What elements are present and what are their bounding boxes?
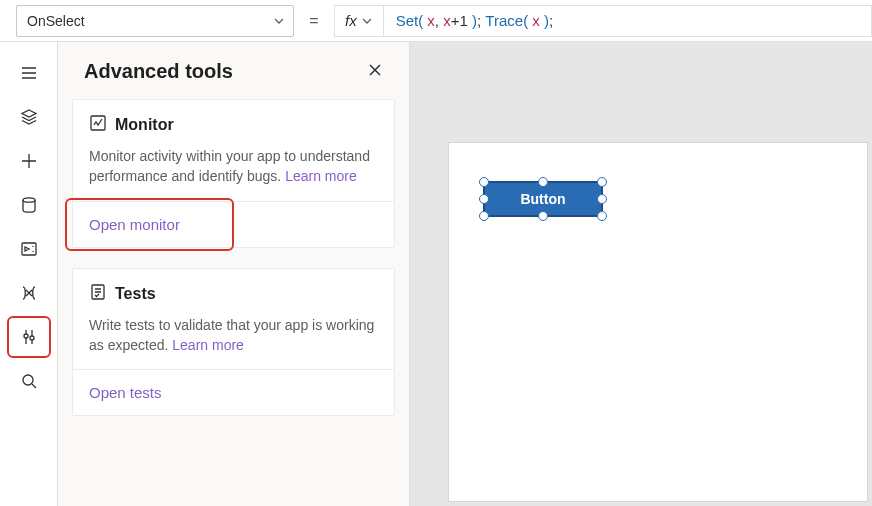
resize-handle[interactable]: [538, 177, 548, 187]
tool-card: MonitorMonitor activity within your app …: [72, 99, 395, 248]
learn-more-link[interactable]: Learn more: [172, 337, 244, 353]
resize-handle[interactable]: [479, 211, 489, 221]
formula-token: ;: [549, 12, 553, 29]
chevron-down-icon: [273, 15, 285, 27]
plus-icon[interactable]: [7, 140, 51, 182]
formula-token: ): [540, 12, 549, 29]
fx-button[interactable]: fx: [334, 5, 383, 37]
property-dropdown[interactable]: OnSelect: [16, 5, 294, 37]
svg-point-0: [23, 198, 35, 202]
canvas-screen[interactable]: Button: [448, 142, 868, 502]
formula-bar: OnSelect = fx Set( x, x+1 ); Trace( x );: [0, 0, 872, 42]
formula-token: x: [532, 12, 540, 29]
chevron-down-icon: [361, 15, 373, 27]
equals-label: =: [294, 12, 334, 30]
card-description: Write tests to validate that your app is…: [89, 315, 378, 356]
media-icon[interactable]: [7, 228, 51, 270]
canvas-button-label: Button: [520, 191, 565, 207]
formula-token: ): [468, 12, 477, 29]
svg-point-4: [23, 375, 33, 385]
resize-handle[interactable]: [597, 194, 607, 204]
formula-input[interactable]: Set( x, x+1 ); Trace( x );: [383, 5, 872, 37]
resize-handle[interactable]: [597, 177, 607, 187]
card-action-link[interactable]: Open tests: [73, 369, 394, 415]
monitor-icon: [89, 114, 107, 136]
resize-handle[interactable]: [538, 211, 548, 221]
card-title: Tests: [115, 285, 156, 303]
card-description: Monitor activity within your app to unde…: [89, 146, 378, 187]
svg-rect-5: [91, 116, 105, 130]
close-icon[interactable]: [367, 62, 383, 82]
formula-token: (: [418, 12, 427, 29]
svg-point-3: [30, 336, 34, 340]
formula-token: 1: [459, 12, 467, 29]
formula-token: ,: [435, 12, 443, 29]
formula-token: Trace: [485, 12, 523, 29]
property-dropdown-label: OnSelect: [27, 13, 85, 29]
left-rail: [0, 42, 58, 506]
formula-token: x: [427, 12, 435, 29]
canvas[interactable]: Button: [410, 42, 872, 506]
fx-label: fx: [345, 12, 357, 29]
card-action-link[interactable]: Open monitor: [73, 201, 394, 247]
hamburger-icon[interactable]: [7, 52, 51, 94]
resize-handle[interactable]: [479, 194, 489, 204]
resize-handle[interactable]: [597, 211, 607, 221]
tools-icon[interactable]: [7, 316, 51, 358]
formula-token: (: [523, 12, 532, 29]
formula-token: ;: [477, 12, 485, 29]
layers-icon[interactable]: [7, 96, 51, 138]
learn-more-link[interactable]: Learn more: [285, 168, 357, 184]
search-icon[interactable]: [7, 360, 51, 402]
advanced-tools-panel: Advanced tools MonitorMonitor activity w…: [58, 42, 410, 506]
database-icon[interactable]: [7, 184, 51, 226]
resize-handle[interactable]: [479, 177, 489, 187]
formula-token: x: [443, 12, 451, 29]
svg-point-2: [24, 334, 28, 338]
card-title: Monitor: [115, 116, 174, 134]
panel-title: Advanced tools: [84, 60, 233, 83]
tests-icon: [89, 283, 107, 305]
formula-token: Set: [396, 12, 419, 29]
tool-card: TestsWrite tests to validate that your a…: [72, 268, 395, 417]
variables-icon[interactable]: [7, 272, 51, 314]
canvas-button[interactable]: Button: [483, 181, 603, 217]
formula-token: +: [451, 12, 460, 29]
